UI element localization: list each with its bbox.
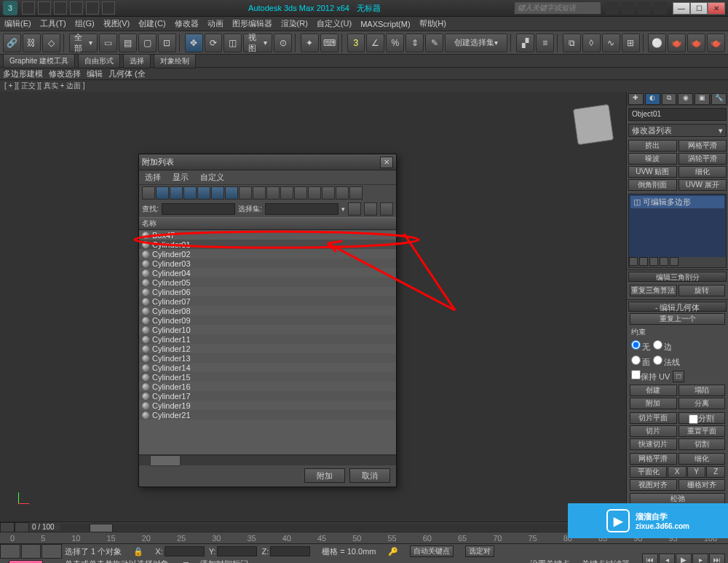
list-item[interactable]: Cylinder19 (139, 401, 396, 410)
btn-msmooth[interactable]: 网格平滑 (630, 453, 677, 465)
btn-turbosmooth[interactable]: 涡轮平滑 (678, 153, 727, 165)
qat-icon[interactable] (70, 1, 83, 15)
render-setup-icon[interactable]: 🫖 (668, 34, 686, 52)
dlg-tool-icon[interactable] (336, 186, 349, 200)
panel-polygon-modeling[interactable]: 多边形建模 (3, 68, 43, 79)
material-editor-icon[interactable]: ⚪ (648, 34, 666, 52)
object-list[interactable]: Box47Cylinder01Cylinder02Cylinder03Cylin… (139, 230, 396, 454)
ribbon-tab-freeform[interactable]: 自由形式 (78, 54, 120, 68)
btn-collapse[interactable]: 塌陷 (678, 385, 726, 396)
btn-create[interactable]: 创建 (630, 385, 677, 396)
key-icon[interactable]: 🔑 (388, 547, 398, 556)
list-item[interactable]: Cylinder16 (139, 382, 396, 391)
curve-editor-icon[interactable]: ∿ (602, 34, 620, 52)
dlg-tool-icon[interactable] (183, 186, 197, 200)
btn-repeat-last[interactable]: 重复上一个 (630, 313, 725, 325)
motion-tab-icon[interactable]: ◉ (678, 93, 693, 105)
next-frame-icon[interactable]: ▸ (692, 554, 708, 564)
dialog-close-button[interactable]: ✕ (380, 157, 393, 168)
current-line-button[interactable]: 所在行: (9, 560, 43, 564)
list-item[interactable]: Cylinder08 (139, 306, 396, 315)
panel-geometry[interactable]: 几何体 (全 (108, 68, 146, 79)
btn-bevel-profile[interactable]: 倒角剖面 (628, 179, 677, 191)
modifier-stack[interactable]: ◫ 可编辑多边形 (628, 194, 727, 268)
add-time-tag[interactable]: 添加时间标记 (200, 559, 248, 563)
list-item[interactable]: Cylinder15 (139, 372, 396, 382)
dlg-tool-icon[interactable] (322, 186, 335, 200)
select-scale-icon[interactable]: ◫ (223, 34, 242, 52)
select-region-icon[interactable]: ▢ (138, 34, 157, 52)
list-item[interactable]: Cylinder11 (139, 334, 396, 344)
graphite-icon[interactable]: ◊ (582, 34, 601, 52)
qat-icon[interactable] (22, 1, 35, 15)
selset-icon[interactable] (364, 202, 377, 216)
dlg-tool-icon[interactable] (156, 186, 169, 200)
qat-icon[interactable] (38, 1, 51, 15)
dialog-titlebar[interactable]: 附加列表 ✕ (139, 154, 396, 170)
rollout-edit-tri[interactable]: 编辑三角剖分 (628, 272, 727, 282)
edit-named-sel-icon[interactable]: ✎ (425, 34, 443, 52)
list-item[interactable]: Cylinder01 (139, 240, 396, 249)
btn-planar-x[interactable]: X (668, 466, 687, 478)
btn-detach[interactable]: 分离 (678, 398, 726, 409)
select-name-icon[interactable]: ▤ (119, 34, 137, 52)
btn-grid-align[interactable]: 栅格对齐 (678, 479, 726, 491)
ribbon-tab-object-paint[interactable]: 对象绘制 (154, 54, 196, 68)
select-rotate-icon[interactable]: ⟳ (205, 34, 223, 52)
check-preserve-uv[interactable]: 保持 UV (631, 370, 670, 382)
list-item[interactable]: Cylinder02 (139, 249, 396, 259)
pin-stack-icon[interactable] (629, 257, 638, 266)
btn-extrude[interactable]: 挤出 (628, 140, 677, 151)
list-header-name[interactable]: 名称 (139, 217, 396, 230)
menu-help[interactable]: 帮助(H) (419, 18, 446, 29)
create-tab-icon[interactable]: ✚ (628, 93, 644, 105)
btn-attach[interactable]: 附加 (630, 398, 677, 409)
menu-animation[interactable]: 动画 (207, 18, 223, 29)
list-item[interactable]: Cylinder05 (139, 277, 396, 287)
dlg-tool-icon[interactable] (239, 186, 252, 200)
remove-modifier-icon[interactable] (660, 257, 668, 266)
ribbon-tab-modeling[interactable]: Graphite 建模工具 (3, 54, 75, 68)
btn-reset-plane[interactable]: 重置平面 (678, 425, 726, 437)
snap-3-icon[interactable]: 3 (347, 34, 365, 52)
close-button[interactable]: ✕ (708, 2, 725, 15)
qat-icon[interactable] (54, 1, 67, 15)
btn-tessellate[interactable]: 细化 (678, 166, 727, 178)
btn-split[interactable]: 分割 (678, 412, 726, 424)
script-mini-btn[interactable] (41, 544, 62, 559)
dlg-tool-icon[interactable] (225, 186, 238, 200)
script-mini-btn[interactable] (0, 544, 20, 559)
viewcube[interactable] (573, 104, 614, 145)
selset-input[interactable] (265, 203, 339, 215)
link-icon[interactable]: 🔗 (3, 34, 21, 52)
time-config-icon[interactable] (0, 522, 15, 532)
list-item[interactable]: Box47 (139, 230, 396, 240)
radio-none[interactable]: 无 (631, 340, 650, 353)
panel-modify-selection[interactable]: 修改选择 (49, 68, 81, 79)
search-icon[interactable] (606, 1, 619, 15)
configure-sets-icon[interactable] (670, 257, 678, 266)
script-mini-btn[interactable] (21, 544, 41, 559)
menu-views[interactable]: 视图(V) (103, 18, 130, 29)
render-frame-icon[interactable]: 🫖 (687, 34, 705, 52)
minimize-button[interactable]: — (673, 2, 690, 15)
dlg-tool-icon[interactable] (308, 186, 321, 200)
selset-icon[interactable] (380, 202, 393, 216)
autokey-button[interactable]: 自动关键点 (410, 546, 454, 557)
btn-slice-plane[interactable]: 切片平面 (630, 412, 677, 424)
qat-icon[interactable] (86, 1, 99, 15)
btn-quick-slice[interactable]: 快速切片 (630, 438, 677, 450)
btn-meshsmooth[interactable]: 网格平滑 (678, 140, 727, 151)
bind-icon[interactable]: ◇ (42, 34, 60, 52)
lock-icon[interactable]: 🔒 (133, 547, 143, 556)
stack-item-editable-poly[interactable]: ◫ 可编辑多边形 (630, 196, 724, 208)
list-item[interactable]: Cylinder13 (139, 353, 396, 363)
viewport-label[interactable]: [ + ][ 正交 ][ 真实 + 边面 ] (0, 80, 728, 92)
dialog-menu-customize[interactable]: 自定义 (200, 172, 224, 183)
angle-snap-icon[interactable]: ∠ (366, 34, 384, 52)
btn-tessellate2[interactable]: 细化 (678, 453, 726, 465)
dialog-menu-display[interactable]: 显示 (173, 172, 189, 183)
btn-noise[interactable]: 噪波 (628, 153, 677, 165)
radio-normal[interactable]: 法线 (653, 355, 680, 368)
viewport[interactable]: 附加列表 ✕ 选择 显示 自定义 (0, 92, 626, 521)
